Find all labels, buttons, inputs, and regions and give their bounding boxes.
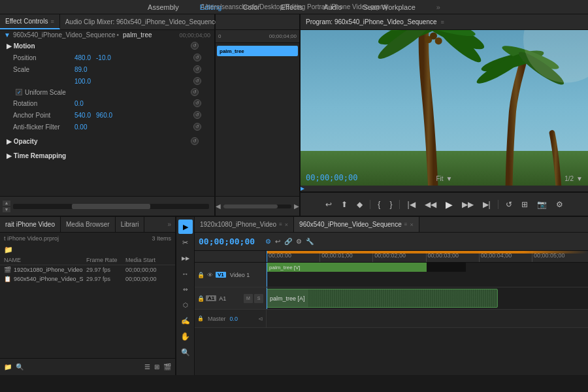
tl-settings[interactable]: ⚙ [296, 238, 302, 245]
ec-antiflicker-reset[interactable]: ↺ [193, 123, 201, 131]
ctrl-go-in[interactable]: |◀ [405, 199, 417, 210]
tab-libraries[interactable]: Librari [116, 217, 145, 232]
ctrl-safe[interactable]: ⊞ [519, 199, 530, 210]
track-v1-content[interactable]: palm_tree [V] [267, 263, 588, 287]
tool-select[interactable]: ▶ [178, 220, 193, 234]
proj-icon-view[interactable]: ⊞ [154, 363, 159, 370]
a1-clip[interactable]: palm_tree [A] [267, 289, 498, 308]
ec-scroll[interactable]: ▶ Motion ↺ Position 480.0 -10.0 ↺ Scale … [0, 40, 214, 196]
mini-scrollbar[interactable] [223, 204, 291, 208]
seq1-menu[interactable]: ≡ [279, 221, 282, 227]
effect-controls-menu-icon[interactable]: ≡ [50, 18, 54, 25]
seq2-close[interactable]: × [410, 221, 413, 228]
ec-sequence-name: 960x540_iPhone_Video_Sequence [13, 31, 116, 39]
ctrl-in[interactable]: { [376, 199, 382, 210]
tl-link[interactable]: ↩ [275, 238, 280, 245]
ec-antiflicker-value[interactable]: 0.00 [74, 123, 87, 131]
ec-uniform-reset[interactable]: ↺ [191, 88, 199, 96]
ctrl-step-back[interactable]: ◀◀ [423, 199, 438, 210]
seq1-close[interactable]: × [285, 221, 288, 228]
proj-search[interactable]: 🔍 [16, 363, 24, 370]
proj-new-bin[interactable]: 📁 [4, 363, 12, 370]
ctrl-settings[interactable]: ⚙ [554, 199, 565, 210]
project-expand-btn[interactable]: » [163, 221, 175, 228]
ec-anchor-reset[interactable]: ↺ [193, 111, 201, 119]
project-content: t iPhone Video.prproj 3 Items 📁 NAME Fra… [0, 233, 175, 358]
tab-seq2[interactable]: 960x540_iPhone_Video_Sequence ≡ × [294, 217, 419, 232]
tool-slip[interactable]: ⬡ [178, 298, 193, 312]
project-item-1[interactable]: 📋 960x540_iPhone_Video_S 29.97 fps 00;00… [0, 274, 175, 284]
tab-audio-clip-mixer[interactable]: Audio Clip Mixer: 960x540_iPhone_Video_S… [60, 14, 225, 29]
monitor-fit-dropdown[interactable]: Fit ▼ [436, 175, 452, 182]
tl-wrench[interactable]: 🔧 [306, 238, 314, 245]
ec-scroll-down[interactable]: ▼ [3, 207, 10, 212]
ec-anchor-x[interactable]: 540.0 [74, 112, 91, 119]
ctrl-insert[interactable]: ◆ [355, 199, 365, 210]
tl-snap[interactable]: ⚙ [265, 238, 271, 245]
ec-uniform-scale-checkbox[interactable] [16, 89, 22, 95]
ec-position-reset[interactable]: ↺ [193, 54, 201, 61]
tab-project[interactable]: rait iPhone Video [0, 217, 61, 232]
ec-timecode: 00;00;04;00 [179, 32, 210, 39]
track-a1-content[interactable]: palm_tree [A] [267, 287, 588, 309]
tab-media-browser[interactable]: Media Browser [61, 217, 116, 232]
mini-scroll-left[interactable]: ◀ [216, 203, 221, 210]
ec-scale-width-value[interactable]: 100.0 [74, 78, 91, 85]
timeline-timecode[interactable]: 00;00;00;00 [199, 237, 255, 246]
ec-hscrollbar[interactable] [13, 204, 209, 209]
tab-seq1[interactable]: 1920x1080_iPhone_Video ≡ × [195, 217, 294, 232]
ec-scale-value[interactable]: 89.0 [74, 66, 87, 73]
ctrl-out[interactable]: } [387, 199, 394, 210]
ec-scale-reset[interactable]: ↺ [193, 65, 201, 73]
tool-zoom[interactable]: 🔍 [178, 345, 193, 359]
menu-more[interactable]: » [433, 2, 444, 12]
project-item-0[interactable]: 🎬 1920x1080_iPhone_Video 29.97 fps 00;00… [0, 265, 175, 274]
ec-motion-reset[interactable]: ↺ [191, 42, 199, 50]
timeline-ruler[interactable]: 00;00:00 00;00:01;00 00;00:02;00 00;00:0… [267, 251, 588, 262]
proj-list-view[interactable]: ☰ [144, 363, 150, 370]
tool-pen[interactable]: ✍ [178, 314, 193, 328]
timeline-header-btns: ⚙ ↩ 🔗 ⚙ 🔧 [265, 238, 314, 245]
ctrl-loop[interactable]: ↺ [504, 199, 514, 210]
monitor-page-arrow[interactable]: ▼ [576, 175, 583, 182]
ec-opacity-reset[interactable]: ↺ [191, 137, 199, 145]
a1-lock[interactable]: 🔒 [197, 295, 204, 302]
a1-btn-m[interactable]: M [244, 294, 253, 303]
tool-ripple[interactable]: ↔ [178, 267, 193, 281]
v1-clip-container[interactable]: palm_tree [V] [267, 263, 466, 287]
tool-hand[interactable]: ✋ [178, 329, 193, 344]
ec-rotation-value[interactable]: 0.0 [74, 100, 84, 107]
ctrl-export[interactable]: ⬆ [339, 199, 350, 210]
ec-position-x[interactable]: 480.0 [74, 54, 91, 61]
mini-clip-bar[interactable]: palm_tree [217, 46, 298, 56]
tool-track-select[interactable]: ▶▶ [178, 251, 193, 265]
ctrl-camera[interactable]: 📷 [535, 199, 549, 210]
monitor-menu-icon[interactable]: ≡ [441, 19, 444, 25]
ec-scale-width-reset[interactable]: ↺ [193, 77, 201, 85]
project-folder[interactable]: 📁 [0, 244, 175, 255]
ctrl-go-out[interactable]: ▶| [481, 199, 493, 210]
tl-add-marker[interactable]: 🔗 [284, 238, 292, 245]
track-master: 🔒 Master 0.0 ⊲ [195, 310, 588, 328]
ctrl-back[interactable]: ↩ [323, 199, 334, 210]
proj-freeform-view[interactable]: 🎬 [163, 363, 171, 370]
seq2-menu[interactable]: ≡ [404, 221, 408, 227]
ec-rotation-reset[interactable]: ↺ [193, 99, 201, 107]
ec-antiflicker-label: Anti-flicker Filter [0, 123, 72, 131]
master-arrow[interactable]: ⊲ [258, 316, 263, 322]
ctrl-step-fwd[interactable]: ▶▶ [460, 199, 476, 210]
tool-rate-stretch[interactable]: ⇔ [178, 282, 193, 297]
item-0-fps: 29.97 fps [86, 267, 125, 273]
menu-assembly[interactable]: Assembly [144, 2, 183, 12]
tool-razor[interactable]: ✂ [178, 235, 193, 250]
ec-anchor-y[interactable]: 960.0 [96, 112, 112, 119]
a1-btn-s[interactable]: S [254, 294, 263, 303]
v1-lock[interactable]: 🔒 [197, 272, 204, 278]
ctrl-play[interactable]: ▶ [444, 198, 455, 211]
mini-scroll-right[interactable]: ▶ [294, 203, 299, 210]
master-lock[interactable]: 🔒 [197, 316, 204, 321]
tab-effect-controls[interactable]: Effect Controls ≡ [0, 14, 60, 29]
ec-scroll-up[interactable]: ▲ [3, 201, 10, 206]
v1-vis[interactable]: 👁 [207, 272, 213, 278]
ec-position-y[interactable]: -10.0 [96, 54, 111, 61]
